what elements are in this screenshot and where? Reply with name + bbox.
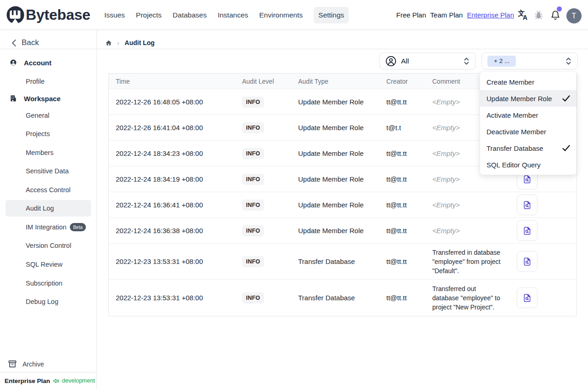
svg-text:A: A [523, 14, 527, 20]
